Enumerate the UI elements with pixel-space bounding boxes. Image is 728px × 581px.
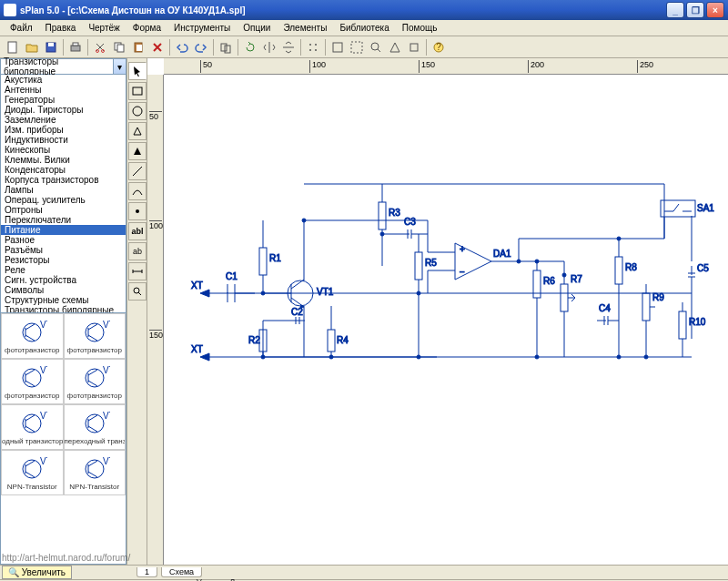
category-item[interactable]: Кинескопы xyxy=(1,145,126,155)
svg-point-77 xyxy=(261,291,265,295)
menu-drawing[interactable]: Чертёж xyxy=(82,22,126,34)
category-item[interactable]: Разное xyxy=(1,235,126,245)
svg-text:R2: R2 xyxy=(248,335,260,345)
preview-cell[interactable]: VT0NPN-Transistor xyxy=(64,450,126,495)
sheet-tab-1[interactable]: 1 xyxy=(136,567,157,577)
minimize-button[interactable]: _ xyxy=(666,2,684,18)
preview-cell[interactable]: VT0фототранзистор xyxy=(1,359,64,404)
zoom-objs-button[interactable] xyxy=(348,38,366,56)
svg-point-5 xyxy=(96,49,99,52)
svg-point-79 xyxy=(380,232,384,236)
category-item[interactable]: Генераторы xyxy=(1,95,126,105)
save-button[interactable] xyxy=(42,38,60,56)
maximize-button[interactable]: ❐ xyxy=(686,2,704,18)
paste-button[interactable] xyxy=(129,38,147,56)
preview-cell[interactable]: VT0фототранзистор xyxy=(1,313,64,359)
category-item[interactable]: Структурные схемы xyxy=(1,295,126,305)
tool-pointer[interactable] xyxy=(128,62,147,80)
svg-rect-70 xyxy=(642,293,650,321)
svg-rect-11 xyxy=(221,44,227,51)
menu-tools[interactable]: Инструменты xyxy=(167,22,237,34)
drawing-canvas[interactable]: XT XT C1 R1 xyxy=(164,75,728,565)
category-item[interactable]: Сигн. устройства xyxy=(1,275,126,285)
category-item[interactable]: Акустика xyxy=(1,75,126,85)
menu-library[interactable]: Библиотека xyxy=(333,22,395,34)
mirror-h-button[interactable] xyxy=(260,38,278,56)
category-item[interactable]: Корпуса транзисторов xyxy=(1,175,126,185)
library-combo[interactable]: Транзисторы биполярные ▾ xyxy=(0,58,126,75)
tool-circle[interactable] xyxy=(128,102,147,120)
svg-point-88 xyxy=(329,355,333,359)
help-button[interactable]: ? xyxy=(430,38,448,56)
svg-text:VT1: VT1 xyxy=(317,287,334,297)
tool-node[interactable] xyxy=(128,202,147,220)
delete-button[interactable] xyxy=(148,38,167,56)
svg-point-19 xyxy=(371,43,379,50)
undo-button[interactable] xyxy=(173,38,191,56)
new-button[interactable] xyxy=(4,38,22,56)
category-item[interactable]: Переключатели xyxy=(1,215,126,225)
zoom-button[interactable] xyxy=(367,38,385,56)
menu-help[interactable]: Помощь xyxy=(396,22,444,34)
tool-label[interactable]: ab xyxy=(128,242,147,260)
category-item[interactable]: Конденсаторы xyxy=(1,165,126,175)
category-item[interactable]: Индуктивности xyxy=(1,135,126,145)
category-item[interactable]: Символы xyxy=(1,285,126,295)
zoom-watermark[interactable]: 🔍 Увеличить xyxy=(2,566,72,579)
category-item[interactable]: Заземление xyxy=(1,115,126,125)
category-item[interactable]: Лампы xyxy=(1,185,126,195)
preview-cell[interactable]: VT0фототранзистор xyxy=(64,313,126,359)
rotate-button[interactable] xyxy=(241,38,259,56)
svg-point-15 xyxy=(309,49,311,51)
tool-extra2[interactable] xyxy=(405,38,423,56)
tool-polyfill[interactable] xyxy=(128,142,147,160)
copy-button[interactable] xyxy=(110,38,128,56)
close-button[interactable]: × xyxy=(706,2,724,18)
symbol-preview-grid[interactable]: VT0фототранзисторVT0фототранзисторVT0фот… xyxy=(0,313,126,565)
library-combo-text: Транзисторы биполярные xyxy=(4,56,113,76)
tool-text[interactable]: abl xyxy=(128,222,147,240)
chevron-down-icon[interactable]: ▾ xyxy=(113,59,126,74)
schematic: XT XT C1 R1 xyxy=(182,102,728,430)
mirror-v-button[interactable] xyxy=(279,38,298,56)
menu-edit[interactable]: Правка xyxy=(39,22,83,34)
category-item[interactable]: Клеммы. Вилки xyxy=(1,155,126,165)
category-item[interactable]: Резисторы xyxy=(1,255,126,265)
preview-cell[interactable]: VT0одный транзистор xyxy=(1,404,64,450)
print-button[interactable] xyxy=(66,38,85,56)
menu-form[interactable]: Форма xyxy=(126,22,167,34)
menu-file[interactable]: Файл xyxy=(4,22,39,34)
tool-poly[interactable] xyxy=(128,122,147,140)
tool-zoom[interactable] xyxy=(128,282,147,301)
category-list[interactable]: АкустикаАнтенныГенераторыДиоды. Тиристор… xyxy=(0,75,126,313)
category-item[interactable]: Антенны xyxy=(1,85,126,95)
redo-button[interactable] xyxy=(192,38,210,56)
category-item[interactable]: Оптроны xyxy=(1,205,126,215)
preview-cell[interactable]: VT0переходный транз xyxy=(64,404,126,450)
svg-text:R5: R5 xyxy=(425,258,437,268)
tool-extra1[interactable] xyxy=(386,38,404,56)
svg-rect-53 xyxy=(328,330,335,352)
tool-curve[interactable] xyxy=(128,182,147,200)
cut-button[interactable] xyxy=(91,38,109,56)
duplicate-button[interactable] xyxy=(217,38,235,56)
preview-cell[interactable]: VT0фототранзистор xyxy=(64,359,126,404)
sheet-tab-schema[interactable]: Схема xyxy=(161,567,202,577)
category-item[interactable]: Транзисторы биполярные xyxy=(1,305,126,313)
category-item[interactable]: Питание xyxy=(1,225,126,235)
category-item[interactable]: Изм. приборы xyxy=(1,125,126,135)
tool-line[interactable] xyxy=(128,162,147,180)
snap-button[interactable] xyxy=(304,38,322,56)
svg-point-78 xyxy=(302,219,306,222)
category-item[interactable]: Диоды. Тиристоры xyxy=(1,105,126,115)
category-item[interactable]: Реле xyxy=(1,265,126,275)
open-button[interactable] xyxy=(23,38,41,56)
category-item[interactable]: Операц. усилитель xyxy=(1,195,126,205)
zoom-page-button[interactable] xyxy=(329,38,347,56)
tool-rect[interactable] xyxy=(128,82,147,100)
preview-cell[interactable]: VT0NPN-Transistor xyxy=(1,450,64,495)
menu-options[interactable]: Опции xyxy=(237,22,277,34)
category-item[interactable]: Разъёмы xyxy=(1,245,126,255)
tool-measure[interactable] xyxy=(128,262,147,280)
menu-elements[interactable]: Элементы xyxy=(277,22,333,34)
